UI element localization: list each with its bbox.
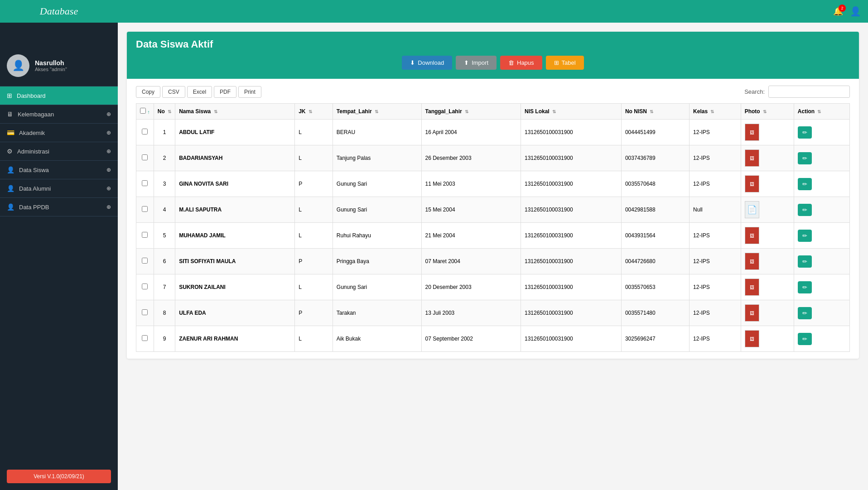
photo-thumbnail: 🖼 [745, 279, 759, 296]
row-checkbox[interactable] [142, 154, 148, 160]
cell-kelas: Null [690, 197, 741, 223]
cell-tempat-lahir: Tarakan [333, 300, 421, 326]
csv-button[interactable]: CSV [162, 86, 185, 98]
download-button[interactable]: ⬇ Download [402, 56, 452, 70]
sidebar-item-label: Data Alumni [19, 185, 51, 192]
row-checkbox[interactable] [142, 283, 148, 289]
cell-no: 1 [154, 120, 175, 145]
cell-kelas: 12-IPS [690, 145, 741, 171]
table-row: 1 ABDUL LATIF L BERAU 16 April 2004 1312… [136, 120, 850, 145]
cell-action: ✏ [794, 326, 849, 352]
cell-photo: 🖼 [741, 223, 794, 249]
cell-jk: L [295, 197, 333, 223]
row-checkbox-cell [136, 197, 154, 223]
cell-jk: P [295, 249, 333, 274]
photo-thumbnail: 🖼 [745, 227, 759, 244]
edit-button[interactable]: ✏ [798, 307, 812, 319]
notification-button[interactable]: 🔔 2 [833, 6, 843, 16]
cell-photo: 🖼 [741, 300, 794, 326]
import-button[interactable]: ⬆ Import [456, 56, 497, 70]
cell-action: ✏ [794, 274, 849, 300]
row-checkbox[interactable] [142, 258, 148, 264]
copy-button[interactable]: Copy [136, 86, 160, 98]
cell-no-nisn: 0037436789 [621, 145, 689, 171]
table-row: 7 SUKRON ZAILANI L Gunung Sari 20 Desemb… [136, 274, 850, 300]
cell-photo: 🖼 [741, 145, 794, 171]
data-siswa-icon: 👤 [7, 166, 14, 173]
cell-action: ✏ [794, 249, 849, 274]
tabel-button[interactable]: ⊞ Tabel [546, 56, 584, 70]
pdf-button[interactable]: PDF [214, 86, 236, 98]
row-checkbox-cell [136, 326, 154, 352]
edit-button[interactable]: ✏ [798, 281, 812, 293]
sidebar-item-dashboard[interactable]: ⊞ Dashboard [0, 86, 118, 105]
row-checkbox[interactable] [142, 335, 148, 341]
hapus-button[interactable]: 🗑 Hapus [500, 56, 542, 70]
row-checkbox-cell [136, 274, 154, 300]
photo-thumbnail: 🖼 [745, 149, 759, 167]
excel-button[interactable]: Excel [187, 86, 212, 98]
chevron-down-icon: ⊕ [106, 167, 111, 173]
row-checkbox-cell [136, 120, 154, 145]
sidebar-item-label: Kelembagaan [18, 111, 54, 118]
cell-nama: M.ALI SAPUTRA [175, 197, 295, 223]
download-icon: ⬇ [410, 59, 415, 66]
sidebar-item-label: Akademik [19, 130, 45, 136]
sidebar-item-administrasi[interactable]: ⚙ Administrasi ⊕ [0, 142, 118, 161]
cell-jk: L [295, 145, 333, 171]
cell-no: 3 [154, 171, 175, 197]
cell-no: 8 [154, 300, 175, 326]
sidebar: 👤 Nasrulloh Akses "admin" ⊞ Dashboard 🖥 … [0, 23, 118, 490]
cell-no: 4 [154, 197, 175, 223]
edit-button[interactable]: ✏ [798, 204, 812, 216]
user-profile-button[interactable]: 👤 [850, 6, 861, 17]
sidebar-item-kelembagaan[interactable]: 🖥 Kelembagaan ⊕ [0, 105, 118, 124]
kelembagaan-icon: 🖥 [7, 110, 13, 118]
edit-button[interactable]: ✏ [798, 230, 812, 242]
page-card-body: Copy CSV Excel PDF Print Search: ↑ [127, 79, 859, 359]
col-no-nisn: No NISN ⇅ [621, 104, 689, 120]
cell-action: ✏ [794, 197, 849, 223]
sidebar-item-data-ppdb[interactable]: 👤 Data PPDB ⊕ [0, 198, 118, 216]
row-checkbox[interactable] [142, 206, 148, 212]
sidebar-item-akademik[interactable]: 💳 Akademik ⊕ [0, 124, 118, 142]
search-input[interactable] [768, 86, 850, 98]
sidebar-item-data-siswa[interactable]: 👤 Data Siswa ⊕ [0, 161, 118, 179]
cell-tempat-lahir: Aik Bukak [333, 326, 421, 352]
col-tanggal-lahir: Tanggal_Lahir ⇅ [421, 104, 521, 120]
row-checkbox-cell [136, 145, 154, 171]
cell-jk: L [295, 326, 333, 352]
cell-jk: L [295, 274, 333, 300]
cell-photo: 📄 [741, 197, 794, 223]
page-card: Data Siswa Aktif ⬇ Download ⬆ Import 🗑 H… [127, 32, 859, 359]
edit-button[interactable]: ✏ [798, 126, 812, 139]
data-alumni-icon: 👤 [7, 185, 14, 192]
row-checkbox-cell [136, 171, 154, 197]
sidebar-item-label: Data Siswa [19, 167, 49, 173]
print-button[interactable]: Print [238, 86, 261, 98]
import-icon: ⬆ [464, 59, 469, 66]
cell-no-nisn: 0035570653 [621, 274, 689, 300]
select-all-checkbox[interactable] [140, 108, 146, 114]
edit-button[interactable]: ✏ [798, 152, 812, 164]
row-checkbox[interactable] [142, 129, 148, 135]
cell-tempat-lahir: Gunung Sari [333, 274, 421, 300]
select-all-header: ↑ [136, 104, 154, 120]
cell-nama: ULFA EDA [175, 300, 295, 326]
sidebar-item-data-alumni[interactable]: 👤 Data Alumni ⊕ [0, 179, 118, 198]
cell-nis-lokal: 1312650100031900 [521, 120, 622, 145]
col-no: No ⇅ [154, 104, 175, 120]
cell-tempat-lahir: Gunung Sari [333, 171, 421, 197]
table-row: 4 M.ALI SAPUTRA L Gunung Sari 15 Mei 200… [136, 197, 850, 223]
edit-button[interactable]: ✏ [798, 178, 812, 190]
cell-nama: ABDUL LATIF [175, 120, 295, 145]
administrasi-icon: ⚙ [7, 148, 13, 155]
table-row: 8 ULFA EDA P Tarakan 13 Juli 2003 131265… [136, 300, 850, 326]
cell-no: 5 [154, 223, 175, 249]
row-checkbox[interactable] [142, 309, 148, 315]
row-checkbox[interactable] [142, 180, 148, 186]
chevron-down-icon: ⊕ [106, 130, 111, 136]
row-checkbox[interactable] [142, 232, 148, 238]
edit-button[interactable]: ✏ [798, 333, 812, 345]
edit-button[interactable]: ✏ [798, 255, 812, 268]
